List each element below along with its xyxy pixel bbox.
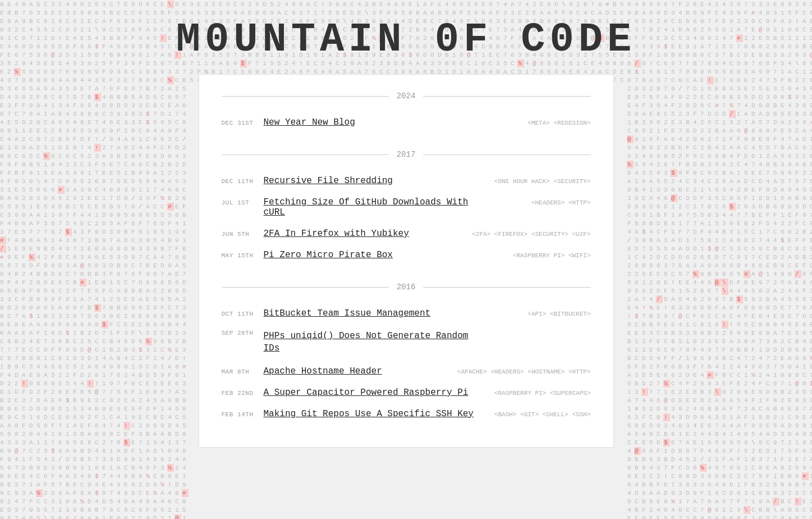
year-label: 2016 — [389, 283, 424, 292]
post-title[interactable]: PHPs uniqid() Does Not Generate Random I… — [264, 330, 479, 355]
post-tags: <HEADERS> <HTTP> — [479, 199, 591, 206]
post-tags: <ONE HOUR HACK> <SECURITY> — [479, 178, 591, 185]
post-row: JUL 1STFetching Size Of GitHub Downloads… — [222, 192, 591, 223]
year-label: 2017 — [389, 150, 424, 159]
post-date: MAY 15TH — [222, 252, 264, 259]
post-title[interactable]: BitBucket Team Issue Management — [264, 308, 479, 318]
year-section-2016: 2016OCT 11THBitBucket Team Issue Managem… — [222, 283, 591, 425]
post-row: JUN 5TH2FA In Firefox with Yubikey<2FA> … — [222, 223, 591, 244]
post-row: DEC 31STNew Year New Blog<META> <REDESIG… — [222, 112, 591, 133]
post-tags: <RASPBERRY PI> <SUPERCAPS> — [479, 390, 591, 397]
main-content: 2024DEC 31STNew Year New Blog<META> <RED… — [199, 74, 614, 448]
post-title[interactable]: A Super Capacitor Powered Raspberry Pi — [264, 388, 479, 398]
post-date: JUN 5TH — [222, 231, 264, 238]
year-divider: 2024 — [222, 92, 591, 101]
post-tags: <RASPBERRY PI> <WIFI> — [479, 252, 591, 259]
site-header: M0UNTAIN 0F C0DE — [0, 0, 812, 74]
post-row: OCT 11THBitBucket Team Issue Management<… — [222, 303, 591, 324]
post-tags: <META> <REDESIGN> — [479, 120, 591, 126]
post-title[interactable]: Fetching Size Of GitHub Downloads With c… — [264, 197, 479, 217]
post-date: DEC 31ST — [222, 120, 264, 126]
year-label: 2024 — [389, 92, 424, 101]
post-date: JUL 1ST — [222, 199, 264, 206]
post-title[interactable]: Pi Zero Micro Pirate Box — [264, 250, 479, 260]
post-date: SEP 26TH — [222, 330, 264, 336]
year-divider: 2016 — [222, 283, 591, 292]
post-tags: <APACHE> <HEADERS> <HOSTNAME> <HTTP> — [457, 368, 591, 375]
post-date: OCT 11TH — [222, 311, 264, 317]
post-date: FEB 22ND — [222, 390, 264, 397]
post-row: FEB 22NDA Super Capacitor Powered Raspbe… — [222, 382, 591, 403]
post-row: DEC 11THRecursive File Shredding<ONE HOU… — [222, 170, 591, 192]
year-divider: 2017 — [222, 150, 591, 159]
post-title[interactable]: Recursive File Shredding — [264, 176, 479, 186]
post-date: DEC 11TH — [222, 178, 264, 185]
post-row: FEB 14THMaking Git Repos Use A Specific … — [222, 403, 591, 425]
post-date: FEB 14TH — [222, 411, 264, 418]
post-title[interactable]: Apache Hostname Header — [264, 366, 457, 376]
post-tags: <API> <BITBUCKET> — [479, 311, 591, 317]
year-section-2017: 2017DEC 11THRecursive File Shredding<ONE… — [222, 150, 591, 266]
post-tags — [479, 330, 591, 349]
post-tags: <2FA> <FIREFOX> <SECURITY> <U2F> — [472, 231, 590, 238]
post-title[interactable]: Making Git Repos Use A Specific SSH Key — [264, 409, 479, 419]
site-title: M0UNTAIN 0F C0DE — [0, 17, 812, 63]
year-section-2024: 2024DEC 31STNew Year New Blog<META> <RED… — [222, 92, 591, 133]
post-title[interactable]: New Year New Blog — [264, 117, 479, 128]
post-row: MAR 8THApache Hostname Header<APACHE> <H… — [222, 361, 591, 382]
page-wrapper: M0UNTAIN 0F C0DE 2024DEC 31STNew Year Ne… — [0, 0, 812, 519]
post-date: MAR 8TH — [222, 368, 264, 375]
post-row: MAY 15THPi Zero Micro Pirate Box<RASPBER… — [222, 244, 591, 266]
post-row: SEP 26THPHPs uniqid() Does Not Generate … — [222, 324, 591, 361]
post-tags: <BASH> <GIT> <SHELL> <SSH> — [479, 411, 591, 418]
post-title[interactable]: 2FA In Firefox with Yubikey — [264, 229, 472, 239]
